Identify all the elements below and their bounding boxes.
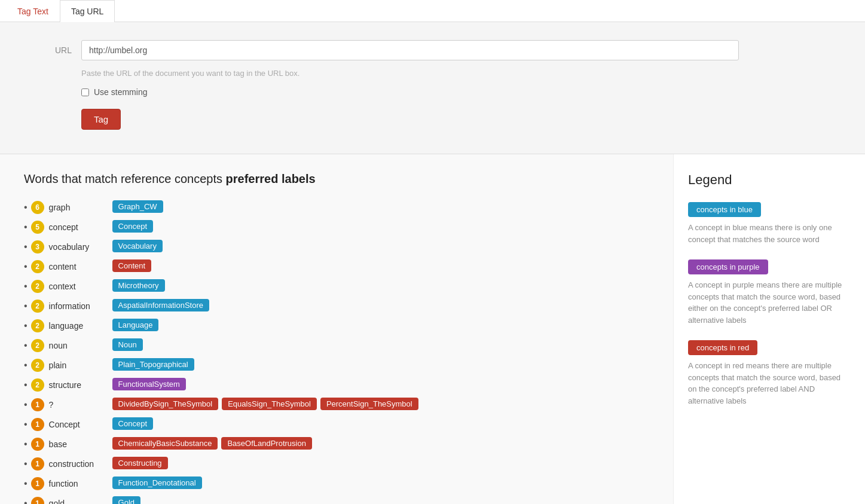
count-badge: 1 xyxy=(31,477,44,490)
word-label: ? xyxy=(49,400,109,410)
word-item: •1goldGold xyxy=(24,496,649,504)
bullet: • xyxy=(24,281,27,292)
word-label: plain xyxy=(49,361,109,370)
bullet: • xyxy=(24,478,27,489)
word-item: •2contentContent xyxy=(24,259,649,273)
count-badge: 2 xyxy=(31,260,44,273)
concept-tag[interactable]: Microtheory xyxy=(112,279,165,292)
concept-tag[interactable]: BaseOfLandProtrusion xyxy=(221,437,312,450)
word-label: context xyxy=(49,282,109,291)
main-content: Words that match reference concepts pref… xyxy=(0,154,865,504)
word-item: •1?DividedBySign_TheSymbolEqualsSign_The… xyxy=(24,398,649,411)
legend-description: A concept in purple means there are mult… xyxy=(688,279,851,326)
url-label: URL xyxy=(24,45,72,55)
word-label: gold xyxy=(49,499,109,505)
word-label: function xyxy=(49,479,109,488)
word-item: •1ConceptConcept xyxy=(24,417,649,431)
count-badge: 1 xyxy=(31,438,44,451)
concept-tag[interactable]: AspatialInformationStore xyxy=(112,299,209,311)
url-row: URL xyxy=(24,40,841,60)
word-item: •2plainPlain_Topographical xyxy=(24,358,649,372)
concept-tag[interactable]: Vocabulary xyxy=(112,240,163,252)
tab-tag-text[interactable]: Tag Text xyxy=(6,0,60,22)
bullet: • xyxy=(24,380,27,390)
word-label: noun xyxy=(49,341,109,350)
concept-tag[interactable]: Content xyxy=(112,259,152,272)
legend-description: A concept in blue means there is only on… xyxy=(688,222,851,245)
concept-tag[interactable]: DividedBySign_TheSymbol xyxy=(112,398,219,410)
count-badge: 5 xyxy=(31,221,44,234)
word-label: base xyxy=(49,439,109,449)
concept-tag[interactable]: Gold xyxy=(112,496,140,504)
word-label: vocabulary xyxy=(49,242,109,252)
concept-tag[interactable]: ChemicallyBasicSubstance xyxy=(112,437,218,450)
concept-tag[interactable]: Concept xyxy=(112,417,153,430)
count-badge: 1 xyxy=(31,398,44,411)
word-list: •6graphGraph_CW•5conceptConcept•3vocabul… xyxy=(24,200,649,504)
word-item: •2informationAspatialInformationStore xyxy=(24,299,649,313)
tab-bar: Tag Text Tag URL xyxy=(0,0,865,22)
word-label: graph xyxy=(49,203,109,212)
word-label: construction xyxy=(49,459,109,469)
bullet: • xyxy=(24,301,27,311)
concept-tag[interactable]: Plain_Topographical xyxy=(112,358,194,371)
count-badge: 2 xyxy=(31,300,44,313)
legend-title: Legend xyxy=(688,172,851,188)
concept-tag[interactable]: EqualsSign_TheSymbol xyxy=(222,398,317,410)
url-hint: Paste the URL of the document you want t… xyxy=(81,69,841,78)
bullet: • xyxy=(24,459,27,469)
legend-description: A concept in red means there are multipl… xyxy=(688,360,851,407)
bullet: • xyxy=(24,320,27,331)
concept-tag[interactable]: Function_Denotational xyxy=(112,476,202,489)
word-item: •3vocabularyVocabulary xyxy=(24,240,649,253)
word-label: structure xyxy=(49,380,109,390)
word-item: •1baseChemicallyBasicSubstanceBaseOfLand… xyxy=(24,437,649,451)
count-badge: 1 xyxy=(31,497,44,505)
count-badge: 2 xyxy=(31,339,44,352)
count-badge: 1 xyxy=(31,418,44,431)
word-item: •5conceptConcept xyxy=(24,220,649,234)
word-item: •1constructionConstructing xyxy=(24,457,649,471)
bullet: • xyxy=(24,399,27,410)
legend-panel: Legend concepts in blueA concept in blue… xyxy=(674,154,865,504)
concept-tag[interactable]: Noun xyxy=(112,338,143,351)
bullet: • xyxy=(24,360,27,371)
count-badge: 2 xyxy=(31,280,44,293)
concept-tag[interactable]: Language xyxy=(112,319,159,331)
tag-button[interactable]: Tag xyxy=(81,109,121,130)
tab-tag-url[interactable]: Tag URL xyxy=(60,0,115,22)
bullet: • xyxy=(24,202,27,213)
bullet: • xyxy=(24,439,27,450)
stemming-checkbox[interactable] xyxy=(81,88,89,96)
word-item: •1functionFunction_Denotational xyxy=(24,476,649,490)
word-item: •2nounNoun xyxy=(24,338,649,352)
word-label: information xyxy=(49,301,109,311)
form-area: URL Paste the URL of the document you wa… xyxy=(0,22,865,154)
count-badge: 2 xyxy=(31,378,44,392)
word-item: •2contextMicrotheory xyxy=(24,279,649,293)
stemming-row: Use stemming xyxy=(81,87,841,97)
bullet: • xyxy=(24,242,27,252)
word-label: content xyxy=(49,262,109,271)
legend-item: concepts in redA concept in red means th… xyxy=(688,340,851,407)
word-item: •2languageLanguage xyxy=(24,319,649,332)
bullet: • xyxy=(24,340,27,351)
count-badge: 6 xyxy=(31,201,44,214)
word-item: •6graphGraph_CW xyxy=(24,200,649,214)
legend-badge: concepts in blue xyxy=(688,202,761,217)
url-input[interactable] xyxy=(81,40,739,60)
concept-tag[interactable]: Concept xyxy=(112,220,153,233)
concept-tag[interactable]: FunctionalSystem xyxy=(112,378,186,390)
legend-item: concepts in purpleA concept in purple me… xyxy=(688,259,851,326)
bullet: • xyxy=(24,498,27,505)
legend-badge: concepts in purple xyxy=(688,259,768,274)
concept-tag[interactable]: PercentSign_TheSymbol xyxy=(320,398,418,410)
count-badge: 2 xyxy=(31,319,44,332)
bullet: • xyxy=(24,261,27,272)
concept-tag[interactable]: Constructing xyxy=(112,457,168,469)
count-badge: 2 xyxy=(31,359,44,372)
word-label: Concept xyxy=(49,420,109,429)
concept-tag[interactable]: Graph_CW xyxy=(112,200,163,213)
left-panel: Words that match reference concepts pref… xyxy=(0,154,674,504)
word-label: concept xyxy=(49,222,109,232)
